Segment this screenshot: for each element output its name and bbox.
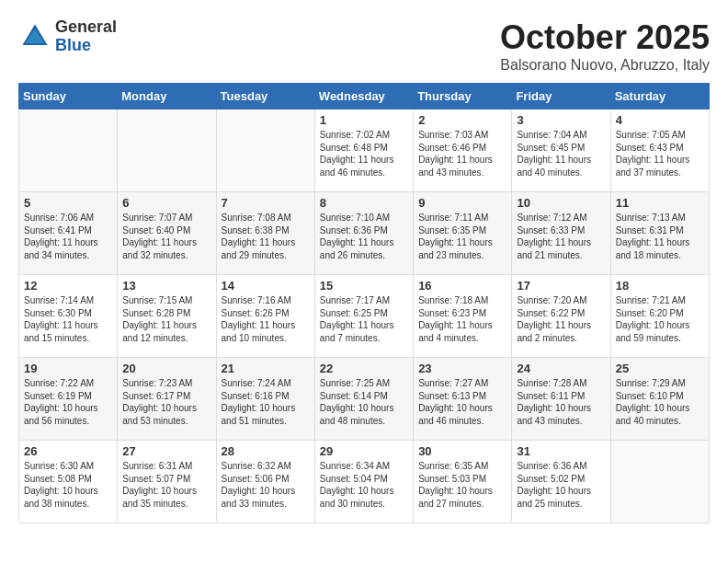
- day-header-monday: Monday: [118, 84, 216, 109]
- calendar-cell: 24Sunrise: 7:28 AMSunset: 6:11 PMDayligh…: [512, 358, 610, 441]
- day-number: 6: [122, 196, 210, 210]
- cell-content: Sunrise: 7:29 AMSunset: 6:10 PMDaylight:…: [616, 377, 704, 427]
- day-number: 14: [222, 279, 310, 293]
- calendar-cell: 1Sunrise: 7:02 AMSunset: 6:48 PMDaylight…: [314, 109, 413, 192]
- day-number: 23: [418, 362, 506, 375]
- calendar-cell: 14Sunrise: 7:16 AMSunset: 6:26 PMDayligh…: [216, 275, 314, 358]
- calendar-header-row: SundayMondayTuesdayWednesdayThursdayFrid…: [19, 84, 710, 109]
- day-number: 2: [418, 113, 506, 127]
- cell-content: Sunrise: 7:12 AMSunset: 6:33 PMDaylight:…: [517, 212, 605, 261]
- day-number: 8: [320, 196, 408, 210]
- cell-content: Sunrise: 7:08 AMSunset: 6:38 PMDaylight:…: [222, 212, 310, 261]
- calendar-cell: 27Sunrise: 6:31 AMSunset: 5:07 PMDayligh…: [118, 441, 216, 523]
- day-number: 15: [320, 279, 408, 293]
- cell-content: Sunrise: 6:34 AMSunset: 5:04 PMDaylight:…: [320, 460, 408, 510]
- day-header-tuesday: Tuesday: [216, 84, 314, 109]
- cell-content: Sunrise: 7:06 AMSunset: 6:41 PMDaylight:…: [24, 212, 112, 261]
- day-number: 10: [517, 196, 605, 210]
- day-number: 21: [222, 362, 310, 375]
- calendar-week-5: 26Sunrise: 6:30 AMSunset: 5:08 PMDayligh…: [19, 441, 710, 523]
- day-number: 31: [517, 444, 605, 458]
- cell-content: Sunrise: 7:05 AMSunset: 6:43 PMDaylight:…: [616, 129, 704, 178]
- calendar-cell: 13Sunrise: 7:15 AMSunset: 6:28 PMDayligh…: [118, 275, 216, 358]
- cell-content: Sunrise: 7:04 AMSunset: 6:45 PMDaylight:…: [517, 129, 605, 178]
- cell-content: Sunrise: 7:24 AMSunset: 6:16 PMDaylight:…: [222, 377, 310, 427]
- cell-content: Sunrise: 7:23 AMSunset: 6:17 PMDaylight:…: [122, 377, 210, 427]
- cell-content: Sunrise: 7:13 AMSunset: 6:31 PMDaylight:…: [616, 212, 704, 261]
- day-number: 17: [517, 279, 605, 293]
- cell-content: Sunrise: 7:22 AMSunset: 6:19 PMDaylight:…: [24, 377, 112, 427]
- calendar-cell: 2Sunrise: 7:03 AMSunset: 6:46 PMDaylight…: [414, 109, 512, 192]
- calendar-cell: 10Sunrise: 7:12 AMSunset: 6:33 PMDayligh…: [512, 192, 610, 275]
- calendar-cell: 6Sunrise: 7:07 AMSunset: 6:40 PMDaylight…: [118, 192, 216, 275]
- calendar-cell: 26Sunrise: 6:30 AMSunset: 5:08 PMDayligh…: [19, 441, 118, 523]
- calendar-week-1: 1Sunrise: 7:02 AMSunset: 6:48 PMDaylight…: [19, 109, 710, 192]
- day-number: 13: [122, 279, 210, 293]
- location: Balsorano Nuovo, Abruzzo, Italy: [500, 57, 710, 74]
- logo-icon: [18, 20, 51, 53]
- cell-content: Sunrise: 7:20 AMSunset: 6:22 PMDaylight:…: [517, 294, 605, 344]
- calendar-cell: 23Sunrise: 7:27 AMSunset: 6:13 PMDayligh…: [414, 358, 512, 441]
- calendar-cell: [610, 441, 709, 523]
- logo: General Blue: [18, 18, 117, 55]
- day-number: 22: [320, 362, 408, 375]
- calendar-cell: 17Sunrise: 7:20 AMSunset: 6:22 PMDayligh…: [512, 275, 610, 358]
- day-header-thursday: Thursday: [414, 84, 512, 109]
- calendar-cell: 5Sunrise: 7:06 AMSunset: 6:41 PMDaylight…: [19, 192, 118, 275]
- cell-content: Sunrise: 6:32 AMSunset: 5:06 PMDaylight:…: [222, 460, 310, 510]
- cell-content: Sunrise: 7:07 AMSunset: 6:40 PMDaylight:…: [122, 212, 210, 261]
- cell-content: Sunrise: 7:28 AMSunset: 6:11 PMDaylight:…: [517, 377, 605, 427]
- cell-content: Sunrise: 6:30 AMSunset: 5:08 PMDaylight:…: [24, 460, 112, 510]
- calendar-cell: 21Sunrise: 7:24 AMSunset: 6:16 PMDayligh…: [216, 358, 314, 441]
- calendar-cell: 15Sunrise: 7:17 AMSunset: 6:25 PMDayligh…: [314, 275, 413, 358]
- day-number: 12: [24, 279, 112, 293]
- calendar-week-4: 19Sunrise: 7:22 AMSunset: 6:19 PMDayligh…: [19, 358, 710, 441]
- calendar-cell: 11Sunrise: 7:13 AMSunset: 6:31 PMDayligh…: [610, 192, 709, 275]
- day-header-saturday: Saturday: [610, 84, 709, 109]
- calendar-cell: 31Sunrise: 6:36 AMSunset: 5:02 PMDayligh…: [512, 441, 610, 523]
- calendar-week-2: 5Sunrise: 7:06 AMSunset: 6:41 PMDaylight…: [19, 192, 710, 275]
- calendar-table: SundayMondayTuesdayWednesdayThursdayFrid…: [18, 83, 710, 523]
- cell-content: Sunrise: 7:17 AMSunset: 6:25 PMDaylight:…: [320, 294, 408, 344]
- cell-content: Sunrise: 7:14 AMSunset: 6:30 PMDaylight:…: [24, 294, 112, 344]
- day-number: 4: [616, 113, 704, 127]
- day-header-wednesday: Wednesday: [314, 84, 413, 109]
- calendar-cell: 19Sunrise: 7:22 AMSunset: 6:19 PMDayligh…: [19, 358, 118, 441]
- cell-content: Sunrise: 7:21 AMSunset: 6:20 PMDaylight:…: [616, 294, 704, 344]
- cell-content: Sunrise: 6:36 AMSunset: 5:02 PMDaylight:…: [517, 460, 605, 510]
- calendar-cell: 3Sunrise: 7:04 AMSunset: 6:45 PMDaylight…: [512, 109, 610, 192]
- day-number: 24: [517, 362, 605, 375]
- month-title: October 2025: [500, 18, 710, 57]
- cell-content: Sunrise: 6:31 AMSunset: 5:07 PMDaylight:…: [122, 460, 210, 510]
- calendar-cell: 22Sunrise: 7:25 AMSunset: 6:14 PMDayligh…: [314, 358, 413, 441]
- cell-content: Sunrise: 7:03 AMSunset: 6:46 PMDaylight:…: [418, 129, 506, 178]
- logo-blue-text: Blue: [55, 36, 91, 54]
- header: General Blue October 2025 Balsorano Nuov…: [18, 18, 710, 74]
- day-number: 16: [418, 279, 506, 293]
- day-number: 30: [418, 444, 506, 458]
- calendar-cell: 25Sunrise: 7:29 AMSunset: 6:10 PMDayligh…: [610, 358, 709, 441]
- cell-content: Sunrise: 7:02 AMSunset: 6:48 PMDaylight:…: [320, 129, 408, 178]
- day-header-friday: Friday: [512, 84, 610, 109]
- cell-content: Sunrise: 7:18 AMSunset: 6:23 PMDaylight:…: [418, 294, 506, 344]
- calendar-week-3: 12Sunrise: 7:14 AMSunset: 6:30 PMDayligh…: [19, 275, 710, 358]
- cell-content: Sunrise: 7:11 AMSunset: 6:35 PMDaylight:…: [418, 212, 506, 261]
- cell-content: Sunrise: 7:27 AMSunset: 6:13 PMDaylight:…: [418, 377, 506, 427]
- day-number: 29: [320, 444, 408, 458]
- day-number: 20: [122, 362, 210, 375]
- calendar-cell: [118, 109, 216, 192]
- cell-content: Sunrise: 7:10 AMSunset: 6:36 PMDaylight:…: [320, 212, 408, 261]
- logo-general-text: General: [55, 17, 117, 36]
- calendar-cell: [19, 109, 118, 192]
- calendar-cell: 20Sunrise: 7:23 AMSunset: 6:17 PMDayligh…: [118, 358, 216, 441]
- day-number: 5: [24, 196, 112, 210]
- cell-content: Sunrise: 6:35 AMSunset: 5:03 PMDaylight:…: [418, 460, 506, 510]
- day-number: 19: [24, 362, 112, 375]
- day-number: 7: [222, 196, 310, 210]
- day-number: 26: [24, 444, 112, 458]
- calendar-cell: 4Sunrise: 7:05 AMSunset: 6:43 PMDaylight…: [610, 109, 709, 192]
- title-area: October 2025 Balsorano Nuovo, Abruzzo, I…: [500, 18, 710, 74]
- calendar-cell: 16Sunrise: 7:18 AMSunset: 6:23 PMDayligh…: [414, 275, 512, 358]
- calendar-cell: 18Sunrise: 7:21 AMSunset: 6:20 PMDayligh…: [610, 275, 709, 358]
- day-number: 3: [517, 113, 605, 127]
